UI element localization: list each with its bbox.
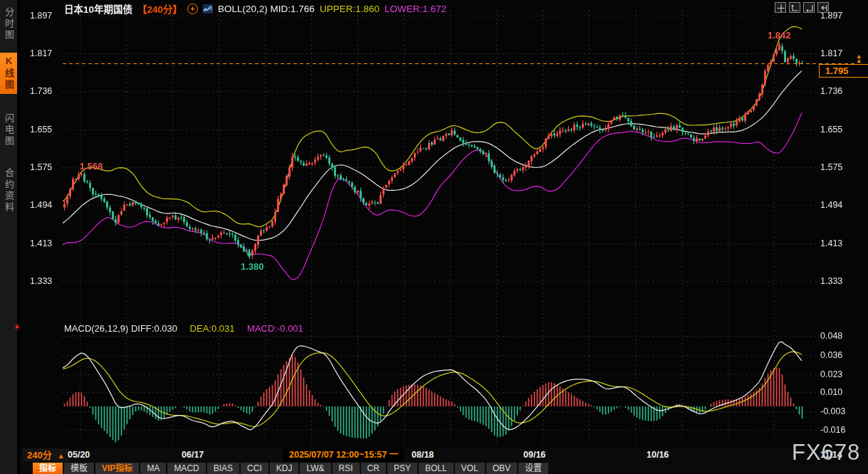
- pan-right-icon: [819, 4, 827, 12]
- alert-sun-icon[interactable]: ☀: [11, 322, 23, 333]
- toolbar-button-obv[interactable]: OBV: [486, 463, 517, 474]
- price-axis-label: 1.333: [820, 276, 842, 286]
- macd-axis-label: 0.010: [820, 387, 842, 397]
- kline-chart-icon[interactable]: [203, 4, 213, 14]
- macd-axis-label: -0.003: [820, 406, 845, 416]
- macd-dea-readout: DEA:0.031: [190, 323, 235, 334]
- date-label: 08/18: [412, 449, 434, 461]
- scale-y-axis-button[interactable]: [789, 2, 800, 13]
- price-axis-label: 1.333: [30, 276, 52, 286]
- macd-axis-label: -0.016: [820, 425, 845, 435]
- sidebar-tab-kline-chart[interactable]: K线图: [0, 53, 17, 94]
- toolbar-button-psy[interactable]: PSY: [387, 463, 417, 474]
- macd-header: MACD(26,12,9) DIFF:0.030 DEA:0.031 MACD:…: [64, 323, 303, 334]
- period-high-label: 1.842: [768, 30, 791, 41]
- toolbar-button-boll[interactable]: BOLL: [419, 463, 454, 474]
- crosshair-icon: [776, 4, 785, 12]
- chart-tool-buttons: [775, 2, 829, 13]
- shift-right-button[interactable]: [817, 2, 829, 13]
- sidebar-tab-time-chart[interactable]: 分时图: [0, 4, 17, 44]
- price-axis-label: 1.736: [820, 86, 842, 96]
- macd-axis-label: 0.023: [820, 369, 842, 379]
- price-up-arrows-icon: ▲▲: [856, 54, 862, 63]
- price-axis-label: 1.575: [30, 162, 52, 172]
- price-axis-label: 1.494: [30, 200, 52, 210]
- trading-app: 分时图K线图闪电图合约资料 ☀ 日本10年期国债 【240分】 + BOLL(2…: [0, 0, 868, 474]
- price-axis-label: 1.575: [820, 162, 842, 172]
- price-axis-label: 1.655: [30, 125, 52, 135]
- price-axis-label: 1.655: [820, 125, 842, 135]
- price-axis-label: 1.494: [820, 200, 842, 210]
- date-label: 09/16: [523, 449, 545, 461]
- sidebar: 分时图K线图闪电图合约资料: [0, 0, 20, 474]
- symbol-title: 日本10年期国债: [64, 1, 132, 16]
- swing-low-label: 1.380: [241, 261, 264, 272]
- last-price-tag: 1.795: [819, 64, 868, 78]
- toolbar-button-rsi[interactable]: RSI: [333, 463, 360, 474]
- price-axis-label: 1.736: [30, 86, 52, 96]
- macd-axis-label: 0.036: [820, 350, 842, 360]
- price-axis-label: 1.413: [820, 238, 842, 248]
- toolbar-button-vol[interactable]: VOL: [455, 463, 485, 474]
- indicator-toolbar: 指标模板VIP指标MAMACDBIASCCIKDJLW&RSICRPSYBOLL…: [20, 463, 868, 474]
- toolbar-button-cci[interactable]: CCI: [241, 463, 268, 474]
- circle-plus-icon[interactable]: +: [187, 4, 198, 14]
- toolbar-button-kdj[interactable]: KDJ: [270, 463, 299, 474]
- crosshair-tool-button[interactable]: [775, 2, 786, 13]
- low-marker-arrow-icon: [246, 249, 252, 258]
- macd-bar-readout: MACD:-0.001: [247, 323, 303, 334]
- toolbar-button-vip-indicators[interactable]: VIP指标: [95, 463, 139, 474]
- price-axis-label: 1.897: [30, 11, 52, 21]
- toolbar-button-ma[interactable]: MA: [140, 463, 166, 474]
- axis-right-icon: [805, 4, 813, 12]
- toolbar-button-lwr[interactable]: LW&: [300, 463, 330, 474]
- boll-lower-readout: LOWER:1.672: [385, 4, 446, 14]
- chart-canvas[interactable]: [0, 0, 868, 474]
- date-label: 05/20: [68, 449, 90, 461]
- boll-upper-readout: UPPER:1.860: [320, 4, 380, 14]
- sidebar-tab-flash-chart[interactable]: 闪电图: [0, 110, 17, 150]
- fx678-watermark: FX678: [792, 440, 860, 465]
- toolbar-button-templates[interactable]: 模板: [64, 463, 94, 474]
- date-label: 10/16: [647, 449, 669, 461]
- axis-left-icon: [790, 4, 799, 12]
- toolbar-button-bias[interactable]: BIAS: [207, 463, 239, 474]
- chart-header: 日本10年期国债 【240分】 + BOLL(20,2) MID:1.766 U…: [64, 2, 446, 15]
- date-label: 06/17: [182, 449, 204, 461]
- toolbar-button-macd[interactable]: MACD: [167, 463, 205, 474]
- collapse-arrow-icon[interactable]: ▲: [58, 452, 65, 460]
- interval-tag[interactable]: 【240分】: [137, 1, 182, 16]
- price-axis-label: 1.413: [30, 238, 52, 248]
- toolbar-button-settings[interactable]: 设置: [518, 463, 548, 474]
- macd-diff-readout: MACD(26,12,9) DIFF:0.030: [64, 323, 177, 334]
- crosshair-date-tag: 2025/07/07 12:00~15:57 一: [283, 448, 404, 462]
- scale-x-axis-button[interactable]: [803, 2, 815, 13]
- time-axis: 240分▲ 2025/07/07 12:00~15:57 一 05/2006/1…: [20, 448, 868, 462]
- sidebar-tab-contract-info[interactable]: 合约资料: [0, 165, 17, 216]
- toolbar-button-cr[interactable]: CR: [361, 463, 386, 474]
- price-axis-label: 1.817: [30, 48, 52, 58]
- toolbar-button-indicators[interactable]: 指标: [33, 463, 63, 474]
- macd-axis-label: 0.048: [820, 331, 842, 341]
- boll-mid-readout: BOLL(20,2) MID:1.766: [218, 4, 315, 14]
- price-axis-label: 1.817: [820, 48, 842, 58]
- swing-high-label: 1.568: [80, 161, 103, 172]
- interval-selector[interactable]: 240分▲: [23, 448, 69, 462]
